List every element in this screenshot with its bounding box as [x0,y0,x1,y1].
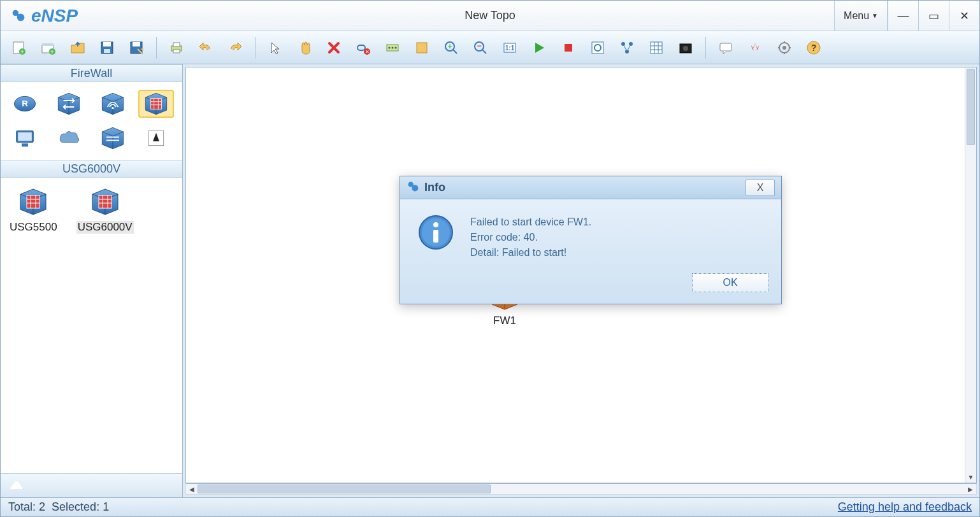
chat-icon [718,40,733,55]
status-bar: Total: 2 Selected: 1 Getting help and fe… [1,497,979,516]
redo-icon [227,40,243,55]
hub-icon [97,125,128,151]
close-button[interactable]: ✕ [949,1,979,31]
dialog-title: Info [424,181,445,194]
text-icon [385,40,400,55]
pan-button[interactable] [292,37,317,59]
category-grid [1,82,182,160]
device-label: USG5500 [10,221,57,234]
horizontal-scrollbar[interactable]: ◀ ▶ [185,483,977,495]
svg-text:+: + [447,42,452,51]
grid-button[interactable] [644,37,668,59]
text-button[interactable] [380,37,405,59]
toolbar-separator [705,37,706,59]
cloud-icon [54,125,84,151]
category-firewall[interactable] [138,90,174,118]
open-icon [70,40,85,55]
category-cloud[interactable] [51,124,87,152]
open-button[interactable] [66,37,90,59]
title-bar: eNSP New Topo Menu▼ — ▭ ✕ [1,1,979,31]
help-button[interactable]: ? [802,37,826,59]
dialog-close-button[interactable]: X [746,180,775,196]
tree-icon [619,40,635,55]
category-hub[interactable] [95,124,131,152]
custom-icon [141,125,171,151]
chat-button[interactable] [714,37,738,59]
svg-text:?: ? [811,43,817,53]
new-topo-icon: + [11,40,27,55]
scroll-down-icon[interactable]: ▼ [965,471,976,483]
zoom-out-button[interactable]: − [468,37,493,59]
category-router[interactable] [7,90,43,118]
category-custom[interactable] [138,124,174,152]
svg-rect-28 [104,49,110,53]
new-project-button[interactable]: + [36,37,61,59]
save-button[interactable] [95,37,119,59]
new-topo-button[interactable]: + [7,37,31,59]
stop-icon [561,40,576,55]
menu-button[interactable]: Menu▼ [834,1,888,31]
print-button[interactable] [164,37,189,59]
device-sidebar: FireWall USG6000V USG5500 USG600 [1,64,183,497]
zoom-11-button[interactable]: 1:1 [498,37,522,59]
save-icon [99,40,115,55]
wlan-icon [97,91,128,117]
maximize-button[interactable]: ▭ [918,1,949,31]
device-usg6000v[interactable]: USG6000V [76,187,134,234]
device-usg5500[interactable]: USG5500 [10,187,57,234]
new-project-icon: + [41,40,56,55]
stop-button[interactable] [556,37,580,59]
category-wlan[interactable] [95,90,131,118]
tree-button[interactable] [615,37,639,59]
redo-button[interactable] [223,37,247,59]
window-title: New Topo [1,9,979,22]
device-grid: USG5500 USG6000V [1,178,182,243]
toolbar-separator [255,37,256,59]
svg-line-43 [453,50,457,53]
inspect-button[interactable] [586,37,610,59]
dialog-ok-button[interactable]: OK [692,273,768,292]
palette-button[interactable] [410,37,434,59]
vertical-scrollbar[interactable]: ▲ ▼ [965,67,976,483]
sidebar-footer [1,473,182,497]
save-as-button[interactable] [124,37,148,59]
firewall-icon [141,91,171,117]
start-button[interactable] [527,37,551,59]
undo-icon [198,40,213,55]
settings-icon [777,40,792,55]
scroll-right-icon[interactable]: ▶ [965,484,976,494]
svg-rect-41 [417,43,427,53]
pointer-button[interactable] [263,37,287,59]
delete-button[interactable] [322,37,346,59]
dialog-titlebar[interactable]: Info X [400,176,781,199]
help-feedback-link[interactable]: Getting help and feedback [838,500,972,514]
svg-text:+: + [20,48,24,55]
dialog-line2: Error code: 40. [470,230,591,245]
title-controls: Menu▼ — ▭ ✕ [834,1,979,31]
print-icon [169,40,184,55]
topology-canvas[interactable]: CE1 FW1 Info X Failed [185,67,977,483]
device-label: USG6000V [76,221,134,234]
svg-point-40 [395,46,397,48]
scroll-left-icon[interactable]: ◀ [186,484,198,494]
capture-button[interactable] [674,37,698,59]
svg-rect-27 [103,42,111,46]
huawei-button[interactable] [743,37,767,59]
category-switch[interactable] [51,90,87,118]
remove-link-button[interactable]: ✕ [351,37,375,59]
app-name: eNSP [31,6,78,26]
zoom-in-button[interactable]: + [439,37,463,59]
minimize-button[interactable]: — [888,1,918,31]
app-logo: eNSP [1,6,87,26]
settings-button[interactable] [772,37,796,59]
scroll-thumb[interactable] [967,69,975,145]
scroll-thumb[interactable] [198,485,491,493]
undo-button[interactable] [194,37,218,59]
broken-link-icon: ✕ [356,40,371,55]
palette-icon [414,40,429,55]
delete-icon [326,40,342,55]
node-label: FW1 [493,315,516,327]
svg-text:−: − [477,41,481,50]
device-header: USG6000V [1,160,182,178]
category-pc[interactable] [7,124,43,152]
